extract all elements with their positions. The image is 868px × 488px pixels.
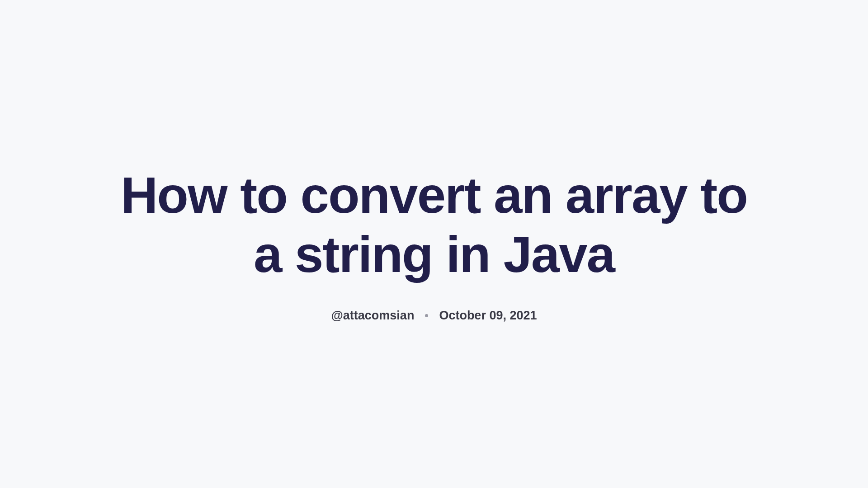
page-title: How to convert an array to a string in J… — [118, 165, 750, 284]
publish-date: October 09, 2021 — [439, 309, 537, 323]
meta-container: @attacomsian October 09, 2021 — [331, 309, 537, 323]
author-handle[interactable]: @attacomsian — [331, 309, 414, 323]
separator-dot-icon — [425, 314, 428, 317]
